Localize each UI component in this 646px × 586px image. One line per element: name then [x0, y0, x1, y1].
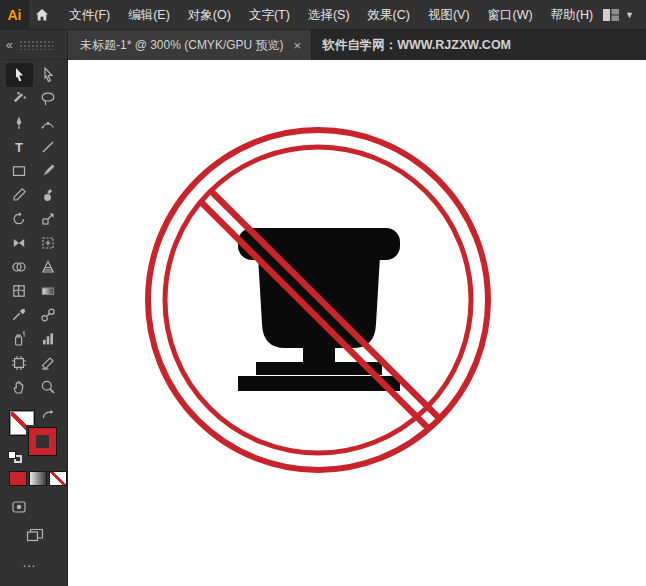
- collapse-panel-button[interactable]: «: [6, 38, 13, 52]
- document-tab[interactable]: 未标题-1* @ 300% (CMYK/GPU 预览) ×: [68, 30, 312, 60]
- none-button[interactable]: [49, 471, 67, 486]
- menu-file[interactable]: 文件(F): [60, 0, 119, 30]
- main-area: «: [0, 30, 646, 586]
- menu-select[interactable]: 选择(S): [299, 0, 359, 30]
- menu-edit[interactable]: 编辑(E): [119, 0, 179, 30]
- chevron-down-icon: ▼: [625, 10, 634, 20]
- app-logo: Ai: [0, 0, 29, 30]
- selection-tool[interactable]: [6, 63, 33, 87]
- menu-items: 文件(F) 编辑(E) 对象(O) 文字(T) 选择(S) 效果(C) 视图(V…: [60, 0, 602, 30]
- color-mode-buttons: [9, 471, 67, 486]
- document-area: 未标题-1* @ 300% (CMYK/GPU 预览) × 软件自学网：WWW.…: [68, 30, 646, 586]
- magic-wand-tool[interactable]: [6, 87, 33, 111]
- curvature-tool[interactable]: [35, 111, 62, 135]
- menu-help[interactable]: 帮助(H): [542, 0, 602, 30]
- scale-tool[interactable]: [35, 207, 62, 231]
- watermark-text: 软件自学网：WWW.RJZXW.COM: [312, 30, 511, 60]
- artwork-prohibition-sign: [68, 60, 646, 586]
- drawing-mode-button[interactable]: [9, 498, 29, 516]
- line-segment-tool[interactable]: [35, 135, 62, 159]
- blend-tool[interactable]: [35, 303, 62, 327]
- stroke-swatch-red[interactable]: [29, 428, 56, 455]
- canvas[interactable]: [68, 60, 646, 586]
- home-button[interactable]: [29, 0, 54, 30]
- pen-tool[interactable]: [6, 111, 33, 135]
- direct-selection-tool[interactable]: [35, 63, 62, 87]
- menu-object[interactable]: 对象(O): [179, 0, 240, 30]
- podium-shape[interactable]: [238, 228, 400, 391]
- menu-type[interactable]: 文字(T): [240, 0, 299, 30]
- panel-drag-handle[interactable]: [19, 40, 53, 50]
- tools-panel: «: [0, 30, 68, 586]
- mode-buttons: [9, 498, 67, 544]
- workspace-layout-icon: [602, 8, 620, 22]
- slice-tool[interactable]: [35, 351, 62, 375]
- symbol-sprayer-tool[interactable]: [6, 327, 33, 351]
- default-fill-stroke-icon[interactable]: [8, 451, 22, 463]
- workspace-switcher[interactable]: ▼: [602, 8, 634, 22]
- eyedropper-tool[interactable]: [6, 303, 33, 327]
- rectangle-tool[interactable]: [6, 159, 33, 183]
- default-fill-mini: [8, 451, 16, 459]
- tools-grid: T: [0, 60, 67, 399]
- tab-close-button[interactable]: ×: [294, 39, 302, 52]
- artboard-tool[interactable]: [6, 351, 33, 375]
- width-tool[interactable]: [6, 231, 33, 255]
- swap-fill-stroke-icon[interactable]: [41, 409, 55, 421]
- document-tab-title: 未标题-1* @ 300% (CMYK/GPU 预览): [80, 37, 284, 54]
- document-tab-bar: 未标题-1* @ 300% (CMYK/GPU 预览) × 软件自学网：WWW.…: [68, 30, 646, 60]
- shape-builder-tool[interactable]: [6, 255, 33, 279]
- pencil-tool[interactable]: [6, 183, 33, 207]
- gradient-button[interactable]: [29, 471, 47, 486]
- menu-view[interactable]: 视图(V): [419, 0, 479, 30]
- illustrator-window: Ai 文件(F) 编辑(E) 对象(O) 文字(T) 选择(S) 效果(C) 视…: [0, 0, 646, 586]
- perspective-grid-tool[interactable]: [35, 255, 62, 279]
- lasso-tool[interactable]: [35, 87, 62, 111]
- blob-brush-tool[interactable]: [35, 183, 62, 207]
- type-tool[interactable]: T: [6, 135, 33, 159]
- draw-normal-icon: [11, 500, 27, 514]
- more-tools-button[interactable]: …: [22, 554, 67, 570]
- tools-panel-header: «: [0, 30, 67, 60]
- gradient-tool[interactable]: [35, 279, 62, 303]
- menu-effect[interactable]: 效果(C): [359, 0, 419, 30]
- color-button[interactable]: [9, 471, 27, 486]
- mesh-tool[interactable]: [6, 279, 33, 303]
- hand-tool[interactable]: [6, 375, 33, 399]
- free-transform-tool[interactable]: [35, 231, 62, 255]
- column-graph-tool[interactable]: [35, 327, 62, 351]
- paintbrush-tool[interactable]: [35, 159, 62, 183]
- menu-window[interactable]: 窗口(W): [479, 0, 542, 30]
- fill-stroke-control: [8, 409, 59, 463]
- menu-bar: Ai 文件(F) 编辑(E) 对象(O) 文字(T) 选择(S) 效果(C) 视…: [0, 0, 646, 30]
- overlapping-windows-icon: [26, 528, 44, 542]
- zoom-tool[interactable]: [35, 375, 62, 399]
- rotate-tool[interactable]: [6, 207, 33, 231]
- screen-mode-button[interactable]: [25, 526, 45, 544]
- home-icon: [34, 7, 50, 23]
